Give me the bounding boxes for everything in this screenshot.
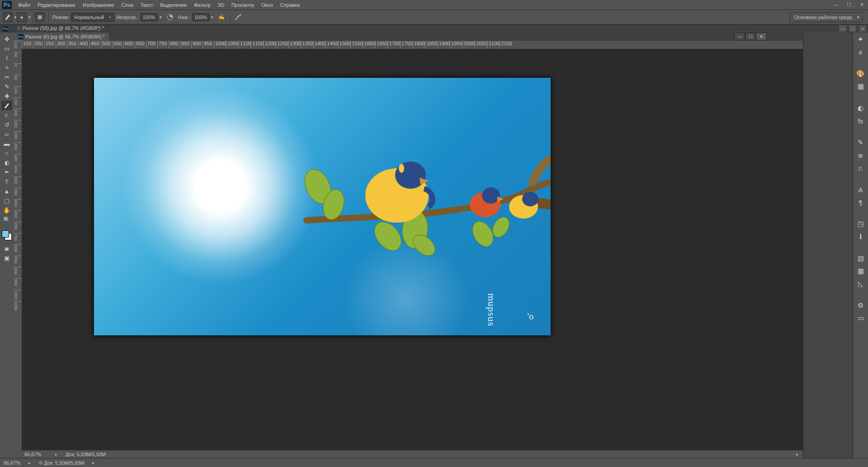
menu-window[interactable]: Окно [258,1,277,9]
tool-magic-wand[interactable]: ✧ [1,63,12,72]
menu-select[interactable]: Выделение [157,1,190,9]
properties-panel-icon[interactable]: ⚙ [855,300,867,310]
close-icon[interactable]: ✕ [855,0,868,9]
airbrush-icon[interactable]: ✍ [216,12,227,22]
status-menu-icon[interactable]: ▸ [796,452,798,457]
tool-lasso[interactable]: ⌇ [1,53,12,62]
foreground-color-swatch[interactable] [2,230,9,238]
tool-history-brush[interactable]: ↺ [1,120,12,129]
blend-mode-dropdown[interactable]: Нормальный [71,13,114,22]
artist-signature-year: 'o [527,311,533,322]
brush-panel-icon[interactable]: ▦ [35,12,45,22]
global-status-menu-icon[interactable]: ▸ [92,461,94,465]
styles-panel-icon[interactable]: fx [855,116,867,126]
maximize-icon[interactable]: ☐ [843,0,855,9]
info-panel-icon[interactable]: ℹ [855,232,867,242]
global-docsize-label: © Док: [39,460,54,466]
global-zoom-arrow-icon[interactable]: ▸ [28,461,31,465]
docsize-label: Док: [66,452,75,457]
layers-panel-icon[interactable]: ▤ [855,253,867,263]
actions-panel-icon[interactable]: ≡ [855,47,867,57]
doc-close-icon[interactable]: ✕ [756,33,767,40]
panel-dock-collapsed[interactable] [803,33,853,458]
ruler-tick: 400 [14,154,22,165]
tool-shape[interactable]: ▢ [1,196,12,205]
tool-eyedropper[interactable]: ✎ [1,82,12,91]
tool-clone-stamp[interactable]: ⎌ [1,110,12,119]
doc-maximize-icon[interactable]: ☐ [745,33,756,40]
active-document-tab[interactable]: Ps Разное (6).jpg @ 66,7% (RGB/8#) * [14,33,110,41]
mode-label: Режим: [52,14,69,20]
tool-blur[interactable]: ○ [1,148,12,157]
tool-zoom[interactable]: 🔍 [1,215,12,224]
frame-restore-icon[interactable]: ☐ [849,25,856,32]
brushes-panel-icon[interactable]: ≣ [855,150,867,160]
menu-image[interactable]: Изображение [79,1,118,9]
timeline-panel-icon[interactable]: ▭ [855,313,867,323]
swatches-panel-icon[interactable]: ▦ [855,81,867,91]
tool-preset-brush-icon[interactable] [3,12,13,22]
channels-panel-icon[interactable]: ▦ [855,266,867,276]
workspace-switcher[interactable]: Основная рабочая среда [790,12,863,22]
opacity-input[interactable]: 100% [141,13,158,21]
screenmode-icon[interactable]: ▣ [1,253,12,262]
tool-brush[interactable] [1,101,12,110]
zoom-dropdown-icon[interactable]: ▸ [55,452,57,457]
tool-eraser[interactable]: ▱ [1,129,12,138]
menu-layers[interactable]: Слои [118,1,137,9]
tool-dodge[interactable]: ◐ [1,158,12,167]
paths-panel-icon[interactable]: ◺ [855,279,867,289]
svg-point-10 [399,164,404,173]
menu-3d[interactable]: 3D [214,1,228,9]
workspace-label: Основная рабочая среда [794,14,852,20]
navigator-panel-icon[interactable]: ◳ [855,219,867,229]
ruler-tick: 1450 [326,41,338,49]
tool-crop[interactable]: ✂ [1,72,12,81]
tool-pen[interactable]: ✒ [1,167,12,176]
frame-minimize-icon[interactable]: — [839,25,846,32]
history-panel-icon[interactable]: ✦ [855,34,867,44]
minimize-icon[interactable]: — [830,0,843,9]
background-document-tab[interactable]: © Разное (58).jpg @ 66,7% (RGB/8*) * [14,24,108,33]
flow-input[interactable]: 100% [192,13,209,21]
menu-help[interactable]: Справка [277,1,303,9]
window-controls: — ☐ ✕ [830,0,868,9]
ruler-tick: 1200 [264,41,276,49]
ruler-tick: 900 [14,267,22,278]
tool-marquee[interactable]: ▭ [1,44,12,53]
tool-path-select[interactable]: ▲ [1,186,12,195]
ruler-tick: 600 [14,199,22,210]
quickmask-icon[interactable]: ◙ [1,244,12,253]
pressure-size-icon[interactable] [233,12,244,22]
brush-preset-picker-icon[interactable]: ● [17,12,27,22]
color-swatch[interactable] [2,230,12,240]
menu-filter[interactable]: Фильтр [190,1,214,9]
global-zoom[interactable]: 66,67% [4,460,20,466]
brush-settings-panel-icon[interactable]: ✎ [855,138,867,148]
tool-gradient[interactable]: ▬ [1,139,12,148]
menu-edit[interactable]: Редактирование [34,1,79,9]
adjustments-panel-icon[interactable]: ◐ [855,103,867,113]
canvas[interactable]: mupsus 'o [94,78,551,335]
tool-type[interactable]: T [1,177,12,186]
clone-source-panel-icon[interactable]: ⎌ [855,163,867,173]
menu-text[interactable]: Текст [137,1,157,9]
pressure-opacity-icon[interactable] [165,12,175,22]
menu-file[interactable]: Файл [14,1,34,9]
ruler-tick: 500 [101,41,112,49]
ruler-horizontal[interactable]: 1502002503003504004505005506006507007508… [22,41,803,49]
ruler-tick: 900 [191,41,203,49]
ruler-tick: 1000 [14,290,22,301]
tool-hand[interactable]: ✋ [1,205,12,214]
canvas-viewport[interactable]: mupsus 'o [22,49,803,450]
menu-view[interactable]: Просмотр [228,1,258,9]
tool-move[interactable]: ✥ [1,34,12,43]
zoom-level[interactable]: 66,67% [24,452,47,457]
frame-close-icon[interactable]: ✕ [859,25,866,32]
color-panel-icon[interactable]: 🎨 [855,69,867,79]
tool-spot-heal[interactable]: ✚ [1,91,12,100]
doc-minimize-icon[interactable]: — [734,33,745,40]
character-panel-icon[interactable]: A [855,185,867,195]
ruler-vertical[interactable]: 1005005010015020025030035040045050055060… [14,41,22,458]
paragraph-panel-icon[interactable]: ¶ [855,197,867,207]
